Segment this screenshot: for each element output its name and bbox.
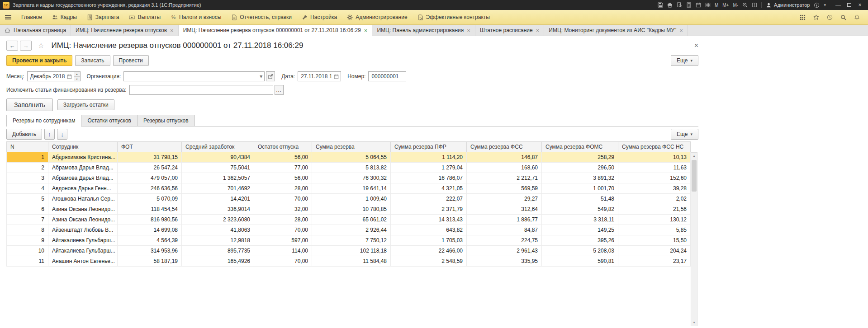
layout-icon[interactable] <box>752 2 757 8</box>
table-cell[interactable]: 10,13 <box>618 152 691 163</box>
table-icon[interactable] <box>705 2 711 8</box>
table-cell[interactable]: 224,75 <box>467 235 542 246</box>
table-cell[interactable]: 168,60 <box>467 163 542 173</box>
calendar-icon[interactable] <box>334 74 339 79</box>
table-cell[interactable]: 29,27 <box>467 194 542 204</box>
chevron-down-icon[interactable]: ▾ <box>824 3 826 7</box>
close-tab-icon[interactable]: × <box>364 28 368 33</box>
table-cell[interactable]: 90,4384 <box>182 152 254 163</box>
table-cell[interactable]: 3 318,11 <box>542 215 618 225</box>
table-cell[interactable]: 7 750,12 <box>312 235 391 246</box>
calendar-icon[interactable] <box>67 74 72 79</box>
table-cell[interactable]: 51,48 <box>542 194 618 204</box>
table-cell[interactable]: 2 926,44 <box>312 225 391 235</box>
close-document-button[interactable]: × <box>694 42 698 50</box>
menu-item-nalogi-i-vznosy[interactable]: %Налоги и взносы <box>166 10 226 24</box>
tab-home[interactable]: Начальная страница <box>0 25 71 36</box>
table-cell[interactable]: 204,24 <box>618 246 691 256</box>
column-header[interactable]: N <box>7 142 48 152</box>
table-cell[interactable]: 2 <box>7 163 48 173</box>
table-cell[interactable]: 10 <box>7 246 48 256</box>
column-header[interactable]: Сумма резерва ФСС <box>467 142 542 152</box>
table-cell[interactable]: 130,12 <box>618 215 691 225</box>
table-cell[interactable]: 2 371,79 <box>391 204 467 215</box>
close-tab-icon[interactable]: × <box>536 28 540 33</box>
table-cell[interactable]: 21,56 <box>618 204 691 215</box>
table-cell[interactable]: 23,17 <box>618 256 691 267</box>
table-cell[interactable]: 2 961,43 <box>467 246 542 256</box>
table-cell[interactable]: 31 798,15 <box>118 152 182 163</box>
scroll-up-button[interactable]: ▴ <box>691 153 697 159</box>
table-cell[interactable]: 6 <box>7 204 48 215</box>
table-cell[interactable]: 4 <box>7 183 48 194</box>
table-cell[interactable]: 58 187,19 <box>118 256 182 267</box>
table-cell[interactable]: 11,63 <box>618 163 691 173</box>
table-cell[interactable]: 314 953,96 <box>118 246 182 256</box>
table-cell[interactable]: Абрамова Дарья Влад... <box>48 163 118 173</box>
table-cell[interactable]: 2,02 <box>618 194 691 204</box>
column-header[interactable]: Сотрудник <box>48 142 118 152</box>
table-cell[interactable]: 479 057,00 <box>118 173 182 183</box>
menu-item-vyplaty[interactable]: Выплаты <box>124 10 166 24</box>
table-cell[interactable]: 4 564,39 <box>118 235 182 246</box>
spin-up-icon[interactable]: ▴ <box>74 72 80 77</box>
table-cell[interactable]: 5 208,03 <box>542 246 618 256</box>
open-organization-button[interactable] <box>266 71 275 81</box>
table-cell[interactable]: 549,82 <box>542 204 618 215</box>
table-cell[interactable]: 70,00 <box>254 194 312 204</box>
table-cell[interactable]: 19 641,14 <box>312 183 391 194</box>
table-cell[interactable]: 149,25 <box>542 225 618 235</box>
organization-input[interactable]: ▾ <box>123 71 265 81</box>
table-cell[interactable]: 10 780,85 <box>312 204 391 215</box>
table-cell[interactable]: Анашин Антон Евгенье... <box>48 256 118 267</box>
tab-reserve-document[interactable]: ИМЦ: Начисление резерва отпусков 0000000… <box>179 25 373 36</box>
table-cell[interactable]: 41,8063 <box>182 225 254 235</box>
table-cell[interactable]: 3 <box>7 173 48 183</box>
table-cell[interactable]: 32,00 <box>254 204 312 215</box>
column-header[interactable]: Остаток отпуска <box>254 142 312 152</box>
table-cell[interactable]: 569,59 <box>467 183 542 194</box>
memory-m-minus-button[interactable]: М- <box>733 3 738 8</box>
table-cell[interactable]: 7 <box>7 215 48 225</box>
print-icon[interactable] <box>667 2 673 8</box>
scroll-down-button[interactable]: ▾ <box>691 319 697 326</box>
column-header[interactable]: Сумма резерва ФСС НС <box>618 142 691 152</box>
save-icon[interactable] <box>658 2 663 8</box>
table-cell[interactable]: 5,85 <box>618 225 691 235</box>
calendar-icon[interactable] <box>696 2 701 8</box>
table-cell[interactable]: 65 061,02 <box>312 215 391 225</box>
save-button[interactable]: Записать <box>75 55 110 66</box>
table-cell[interactable]: 84,87 <box>467 225 542 235</box>
table-cell[interactable]: 3 891,32 <box>542 173 618 183</box>
table-cell[interactable]: 9 <box>7 235 48 246</box>
close-tab-icon[interactable]: × <box>170 28 174 33</box>
add-row-button[interactable]: Добавить <box>6 129 42 140</box>
table-cell[interactable]: 16 786,07 <box>391 173 467 183</box>
menu-item-nastroyka[interactable]: Настройка <box>297 10 342 24</box>
vertical-scrollbar[interactable]: ▴ ▾ <box>691 152 697 326</box>
table-cell[interactable]: 1 886,77 <box>467 215 542 225</box>
memory-m-button[interactable]: М <box>715 3 718 8</box>
table-cell[interactable]: 56,00 <box>254 152 312 163</box>
table-cell[interactable]: 1 <box>7 152 48 163</box>
table-cell[interactable]: 2 323,6080 <box>182 215 254 225</box>
table-cell[interactable]: 165,4926 <box>182 256 254 267</box>
table-cell[interactable]: 12,9818 <box>182 235 254 246</box>
table-cell[interactable]: Авдонова Дарья Генн... <box>48 183 118 194</box>
favorites-icon[interactable] <box>813 14 819 20</box>
table-cell[interactable]: 152,60 <box>618 173 691 183</box>
table-cell[interactable]: 335,95 <box>467 256 542 267</box>
column-header[interactable]: ФОТ <box>118 142 182 152</box>
table-cell[interactable]: 75,5041 <box>182 163 254 173</box>
form-more-button[interactable]: Еще ▾ <box>671 55 698 66</box>
month-spinner[interactable]: ▴ ▾ <box>74 71 81 81</box>
menu-item-kadry[interactable]: Кадры <box>47 10 82 24</box>
apps-grid-icon[interactable] <box>800 14 806 20</box>
minimize-button[interactable]: — <box>833 0 844 9</box>
move-down-button[interactable]: ↓ <box>57 129 67 140</box>
post-button[interactable]: Провести <box>113 55 149 66</box>
close-tab-icon[interactable]: × <box>467 28 470 33</box>
table-cell[interactable]: 590,81 <box>542 256 618 267</box>
table-cell[interactable]: 597,00 <box>254 235 312 246</box>
table-cell[interactable]: Абдряхимова Кристина... <box>48 152 118 163</box>
